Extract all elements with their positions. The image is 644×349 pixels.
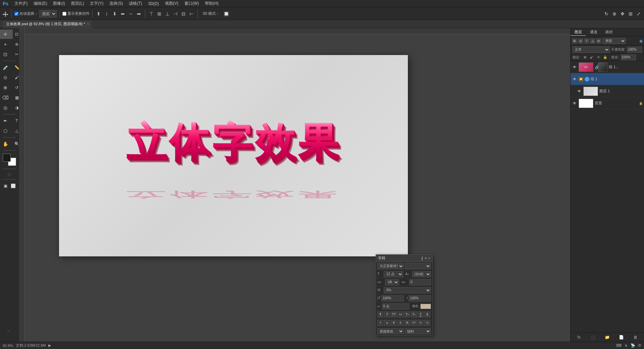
- align-center-h-icon[interactable]: ↔: [127, 10, 134, 17]
- menu-image[interactable]: 图像(I): [50, 0, 67, 7]
- 3d-mode-icon[interactable]: 🔲: [223, 10, 229, 17]
- layer-visibility-eye[interactable]: 👁: [572, 77, 577, 82]
- menu-view[interactable]: 视图(V): [162, 0, 181, 7]
- align-right-icon[interactable]: ➡: [136, 10, 142, 17]
- kerning-input[interactable]: VA: [385, 279, 399, 285]
- canvas-document[interactable]: 立体字效果 立体字效果 立体字效果 立体字效果 立体字效果 立体字效果 立体字效…: [59, 55, 408, 256]
- tab-layers[interactable]: 图层: [571, 28, 586, 36]
- clone-tool-button[interactable]: ⊕: [0, 83, 13, 92]
- list-item[interactable]: 👁 背景 🔒: [571, 97, 644, 109]
- dist-vert-icon[interactable]: ⊞: [156, 10, 163, 17]
- document-tab[interactable]: 立体效果.psd @ 92.8% (组 1 持贝, 图层哦版/8) * ×: [3, 20, 93, 28]
- otf-ordinal[interactable]: ½: [418, 320, 424, 326]
- auto-select-checkbox[interactable]: 自动选择：: [14, 11, 38, 16]
- menu-edit[interactable]: 编辑(E): [31, 0, 50, 7]
- scale-3d-icon[interactable]: ⤢: [635, 10, 642, 17]
- menu-help[interactable]: 帮助(H): [202, 0, 221, 7]
- add-mask-button[interactable]: ⬚: [590, 334, 596, 341]
- lock-all-icon[interactable]: 🔒: [602, 55, 608, 60]
- menu-3d[interactable]: 3D(D): [146, 1, 162, 7]
- antialiasing-select[interactable]: 锐利: [405, 328, 431, 334]
- lock-transparent-icon[interactable]: ⊠: [582, 55, 588, 60]
- hand-tool-button[interactable]: ✋: [0, 139, 13, 149]
- rotate-3d-icon[interactable]: ↻: [603, 10, 610, 17]
- menu-file[interactable]: 文件(F): [12, 0, 30, 7]
- slide-icon[interactable]: ⊞: [627, 10, 634, 17]
- otf-fi2[interactable]: fi: [397, 320, 404, 326]
- lock-paint-icon[interactable]: 🖌: [589, 55, 594, 60]
- style-strikethrough[interactable]: T: [424, 311, 430, 317]
- delete-layer-button[interactable]: 🗑: [632, 334, 639, 341]
- pan-icon[interactable]: ✥: [619, 10, 626, 17]
- baseline-input[interactable]: [382, 303, 410, 309]
- otf-ffi[interactable]: ffi: [404, 320, 410, 326]
- horiz-scale-input[interactable]: [381, 295, 404, 301]
- align-left-icon[interactable]: ⬅: [119, 10, 126, 17]
- otf-f[interactable]: f: [377, 320, 383, 326]
- path-select-button[interactable]: ⬡: [0, 126, 13, 136]
- char-panel-close[interactable]: ×: [428, 256, 430, 260]
- eyedropper-tool-button[interactable]: 💉: [0, 63, 13, 72]
- menu-window[interactable]: 窗口(W): [182, 0, 202, 7]
- char-panel-menu[interactable]: ≡: [425, 256, 427, 260]
- filter-text-icon[interactable]: T: [584, 38, 589, 44]
- dist-top-icon[interactable]: ⊤: [148, 10, 155, 17]
- otf-st[interactable]: TT: [411, 320, 417, 326]
- lock-position-icon[interactable]: ✛: [596, 55, 601, 60]
- blur-tool-button[interactable]: ◎: [0, 103, 13, 112]
- dist-horiz-icon[interactable]: ⊟: [180, 10, 187, 17]
- blend-mode-select[interactable]: 正常: [573, 46, 610, 53]
- text-color-swatch[interactable]: [420, 304, 431, 309]
- opacity-input[interactable]: [627, 47, 642, 53]
- lasso-tool-button[interactable]: ⌖: [0, 40, 13, 49]
- font-style-select[interactable]: [405, 263, 431, 269]
- status-icon-1[interactable]: ⌨: [616, 343, 622, 348]
- spot-heal-tool-button[interactable]: ⊙: [0, 73, 13, 82]
- layer-type-search[interactable]: 类型: [602, 38, 626, 44]
- font-size-input[interactable]: 12 点: [384, 271, 403, 277]
- line-height-input[interactable]: (自动): [412, 271, 431, 277]
- font-family-select[interactable]: 方正苏新诗艺...: [377, 263, 404, 269]
- auto-select-type[interactable]: 图层: [39, 10, 57, 17]
- move-tool-button[interactable]: ✛: [0, 30, 13, 39]
- fill-input[interactable]: [621, 54, 636, 60]
- tab-channels[interactable]: 通道: [586, 28, 601, 36]
- menu-layer[interactable]: 图层(L): [68, 0, 87, 7]
- scale-input[interactable]: 0%: [384, 287, 431, 293]
- standard-screen-button[interactable]: ▣: [2, 181, 9, 191]
- pen-tool-button[interactable]: ✒: [0, 116, 13, 126]
- dist-left-icon[interactable]: ⊣: [172, 10, 179, 17]
- status-icon-2[interactable]: 🖱: [624, 344, 628, 348]
- style-sub[interactable]: Ta: [411, 311, 417, 317]
- layer-filter-toggle[interactable]: ◉: [639, 39, 643, 43]
- crop-tool-button[interactable]: ⊡: [0, 50, 13, 59]
- style-allcaps[interactable]: TT: [391, 311, 397, 317]
- list-item[interactable]: 👁 Ea 🔗 组 1...: [571, 61, 644, 73]
- orbit-icon[interactable]: ⊕: [611, 10, 618, 17]
- add-style-button[interactable]: fx: [576, 334, 582, 341]
- dist-bottom-icon[interactable]: ⊥: [164, 10, 171, 17]
- list-item[interactable]: 👁 📁 组 1: [571, 73, 644, 85]
- tab-paths[interactable]: 路径: [601, 28, 617, 36]
- char-panel-collapse[interactable]: ‖: [421, 256, 423, 260]
- align-middle-v-icon[interactable]: ↕: [103, 10, 110, 17]
- list-item[interactable]: 👁 图层 1: [571, 85, 644, 97]
- layer-visibility-eye[interactable]: 👁: [572, 64, 577, 70]
- move-tool-icon[interactable]: [2, 10, 9, 17]
- otf-fi[interactable]: σ: [384, 320, 390, 326]
- color-swatches[interactable]: [3, 154, 16, 166]
- status-icon-4[interactable]: ⚙: [638, 343, 641, 348]
- style-super[interactable]: Ta: [404, 311, 410, 317]
- menu-select[interactable]: 选择(S): [107, 0, 125, 7]
- layer-visibility-eye[interactable]: 👁: [577, 89, 582, 94]
- style-smallcaps[interactable]: TF: [397, 311, 404, 317]
- menu-filter[interactable]: 滤镜(T): [126, 0, 145, 7]
- otf-frac[interactable]: ½: [424, 320, 430, 326]
- menu-text[interactable]: 文字(Y): [87, 0, 106, 7]
- filter-pixel-icon[interactable]: ⊞: [572, 38, 577, 44]
- filter-adjust-icon[interactable]: ◎: [578, 38, 583, 44]
- quick-mask-button[interactable]: ⬚: [3, 171, 15, 178]
- eraser-tool-button[interactable]: ⌫: [0, 93, 13, 102]
- foreground-color-swatch[interactable]: [3, 154, 11, 162]
- layer-visibility-eye[interactable]: 👁: [572, 101, 577, 106]
